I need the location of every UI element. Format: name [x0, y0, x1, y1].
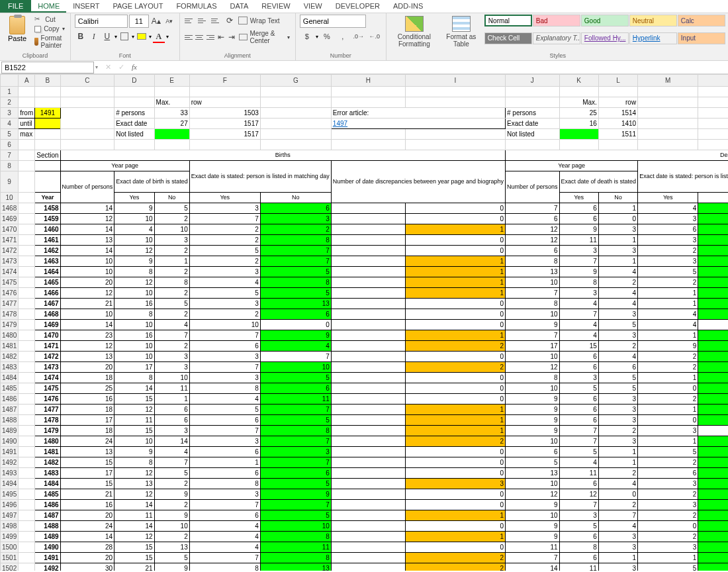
cell[interactable] [506, 87, 560, 97]
cell[interactable]: 5 [260, 288, 331, 299]
cell[interactable] [331, 436, 405, 447]
cell[interactable]: 0 [260, 320, 331, 330]
cell[interactable]: 1478 [35, 415, 60, 426]
cell[interactable]: 15 [114, 542, 154, 553]
row-header[interactable]: 1501 [1, 553, 19, 563]
cell[interactable]: 0 [405, 352, 505, 362]
align-middle-button[interactable] [197, 15, 209, 26]
cell[interactable]: 5 [698, 405, 728, 415]
cell[interactable]: 5 [559, 521, 598, 532]
comma-button[interactable]: , [336, 30, 350, 42]
cell[interactable]: 6 [698, 563, 728, 571]
cell[interactable]: 1483 [35, 468, 60, 479]
cell[interactable] [154, 129, 189, 140]
row-header[interactable]: 1481 [1, 341, 19, 352]
cell[interactable]: Yes [559, 193, 598, 203]
cell[interactable]: 3 [189, 203, 260, 214]
cell[interactable]: 7 [559, 256, 598, 267]
cell[interactable] [331, 394, 405, 405]
cell[interactable]: 1491 [35, 108, 60, 119]
cell[interactable]: 3 [559, 246, 598, 256]
increase-font-icon[interactable]: A▴ [150, 15, 162, 27]
cell[interactable]: 2 [638, 489, 698, 500]
cell[interactable] [331, 140, 405, 150]
cell[interactable]: 14 [60, 203, 114, 214]
cell[interactable]: 9 [506, 405, 560, 415]
cell[interactable]: 1 [638, 288, 698, 299]
cell[interactable]: 1 [598, 256, 637, 267]
cell[interactable]: 6 [559, 352, 598, 362]
row-header[interactable]: 1482 [1, 352, 19, 362]
cell[interactable]: 6 [559, 362, 598, 373]
cell[interactable]: 2 [154, 214, 189, 224]
cell[interactable] [260, 119, 331, 129]
cell[interactable]: 5 [260, 373, 331, 383]
cell[interactable] [331, 373, 405, 383]
cell[interactable] [60, 140, 114, 150]
row-header[interactable]: 1474 [1, 267, 19, 277]
cell[interactable]: 0 [405, 299, 505, 309]
cell[interactable]: 15 [559, 341, 598, 352]
cell[interactable]: 1 [638, 553, 698, 563]
cell[interactable]: 4 [638, 309, 698, 320]
cell[interactable] [698, 129, 728, 140]
cell[interactable] [19, 563, 35, 571]
cell[interactable] [331, 532, 405, 542]
cell[interactable] [19, 383, 35, 394]
cell[interactable]: 1461 [35, 235, 60, 246]
cell[interactable]: Yes [638, 193, 698, 203]
row-header[interactable]: 1500 [1, 542, 19, 553]
cell[interactable]: 3 [189, 299, 260, 309]
error-article-link[interactable]: 1497 [331, 119, 505, 129]
cell[interactable] [331, 510, 405, 521]
cell[interactable]: 13 [260, 563, 331, 571]
cell[interactable]: 1486 [35, 500, 60, 510]
cell[interactable]: Exact date of death is stated [559, 171, 638, 193]
cell[interactable]: 3 [638, 256, 698, 267]
cell[interactable]: until [19, 119, 35, 129]
cell[interactable] [698, 119, 728, 129]
cell[interactable] [331, 87, 405, 97]
cell[interactable] [331, 320, 405, 330]
cell[interactable] [331, 468, 405, 479]
cell[interactable] [260, 97, 331, 108]
row-header[interactable]: 1472 [1, 246, 19, 256]
cell[interactable]: Number of persons [60, 171, 114, 203]
cell[interactable]: 8 [559, 542, 598, 553]
cell[interactable] [331, 309, 405, 320]
cell[interactable]: 5 [598, 320, 637, 330]
cell[interactable]: 8 [114, 309, 154, 320]
style-neutral[interactable]: Neutral [629, 15, 677, 26]
cell[interactable]: 10 [189, 320, 260, 330]
cell[interactable]: 3 [189, 267, 260, 277]
cell[interactable] [638, 108, 698, 119]
cell[interactable]: 2 [598, 426, 637, 436]
cell[interactable]: 17 [506, 341, 560, 352]
cell[interactable]: 1473 [35, 362, 60, 373]
cell[interactable] [19, 277, 35, 288]
cell[interactable]: 1517 [189, 119, 260, 129]
row-header[interactable]: 1491 [1, 447, 19, 457]
cell[interactable]: 15 [114, 553, 154, 563]
cell[interactable]: 4 [698, 362, 728, 373]
cell[interactable] [638, 119, 698, 129]
cell[interactable]: 9 [154, 563, 189, 571]
orientation-button[interactable]: ⟳ [224, 15, 236, 26]
cell[interactable]: 1 [638, 299, 698, 309]
cell[interactable]: 2 [638, 277, 698, 288]
cell[interactable]: 8 [154, 277, 189, 288]
cell[interactable]: 9 [114, 256, 154, 267]
cell[interactable]: 1466 [35, 288, 60, 299]
cell[interactable]: 10 [260, 521, 331, 532]
cell[interactable] [19, 299, 35, 309]
cell[interactable]: 5 [189, 246, 260, 256]
cell[interactable]: 0 [405, 203, 505, 214]
cell[interactable]: 3 [638, 542, 698, 553]
cell[interactable]: 1477 [35, 405, 60, 415]
cell[interactable] [114, 140, 154, 150]
cell[interactable]: 6 [189, 341, 260, 352]
copy-button[interactable]: Copy▾ [33, 24, 66, 33]
border-button[interactable] [118, 30, 130, 42]
cell[interactable]: 1479 [35, 426, 60, 436]
row-header[interactable]: 1502 [1, 563, 19, 571]
